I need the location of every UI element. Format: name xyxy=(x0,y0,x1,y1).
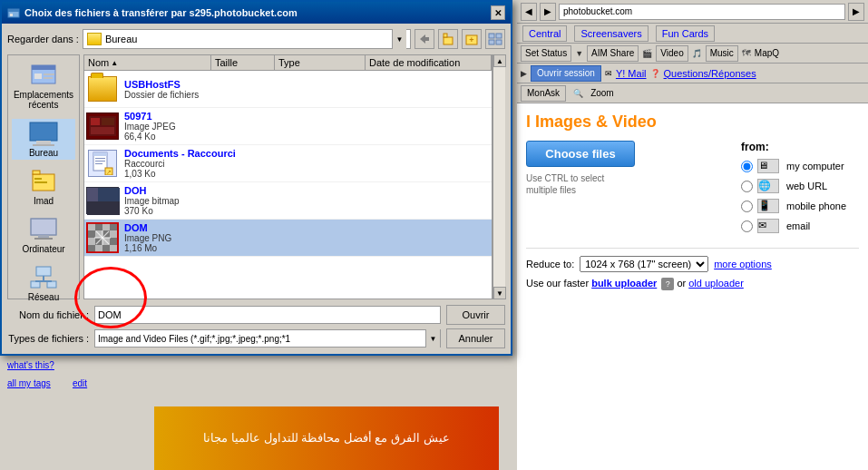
cancel-button[interactable]: Annuler xyxy=(446,328,505,348)
dialog-close-button[interactable]: ✕ xyxy=(491,5,505,20)
choose-files-button[interactable]: Choose files xyxy=(526,141,635,167)
back-btn[interactable]: ◀ xyxy=(521,3,537,21)
bulk-help-badge[interactable]: ? xyxy=(661,278,674,290)
bulk-link[interactable]: bulk uploader xyxy=(591,278,657,289)
svg-rect-52 xyxy=(110,224,117,230)
table-row[interactable]: DOM Image PNG 1,16 Mo xyxy=(84,220,492,257)
open-button[interactable]: Ouvrir xyxy=(446,305,505,325)
svg-rect-53 xyxy=(88,230,95,238)
from-weburl-option[interactable]: 🌐 web URL xyxy=(741,179,859,193)
aim-share-btn[interactable]: AIM Share xyxy=(587,45,639,62)
scrollbar[interactable]: ▲ ▼ xyxy=(493,54,505,299)
svg-rect-20 xyxy=(33,171,40,174)
filetype-label: Types de fichiers : xyxy=(7,333,89,344)
col-header-size[interactable]: Taille xyxy=(211,55,275,70)
table-row[interactable]: ↗ Documents - Raccourci Raccourci 1,03 K… xyxy=(84,145,492,182)
place-imad[interactable]: Imad xyxy=(12,167,75,208)
all-my-tags-link[interactable]: all my tags xyxy=(7,378,51,388)
svg-rect-29 xyxy=(31,281,40,288)
whats-this-link[interactable]: what's this? xyxy=(7,360,54,370)
col-header-name[interactable]: Nom ▲ xyxy=(84,55,211,70)
file-pane[interactable]: Nom ▲ Taille Type Date de modification xyxy=(83,54,493,299)
scroll-down-btn[interactable]: ▼ xyxy=(493,287,506,299)
address-bar[interactable]: photobucket.com xyxy=(559,4,845,20)
svg-rect-13 xyxy=(34,73,42,79)
folder-thumb xyxy=(88,76,117,102)
file-name-0: USBHostFS xyxy=(124,79,492,90)
file-thumb-1 xyxy=(84,110,121,142)
pattern-thumb xyxy=(86,222,119,253)
file-type-0: Dossier de fichiers xyxy=(124,90,492,100)
svg-rect-18 xyxy=(33,144,54,146)
filename-input[interactable] xyxy=(94,306,441,324)
table-row[interactable]: 50971 Image JPEG 66,4 Ko xyxy=(84,108,492,145)
bmp-thumb xyxy=(86,187,119,214)
tab-screensavers[interactable]: Screensavers xyxy=(574,25,648,42)
file-info-2: Documents - Raccourci Raccourci 1,03 Ko xyxy=(124,148,492,179)
from-mobile-option[interactable]: 📱 mobile phone xyxy=(741,199,859,213)
recent-icon xyxy=(29,63,58,88)
img-red-thumb xyxy=(86,113,119,140)
music-btn[interactable]: Music xyxy=(706,45,738,62)
zoom-label: Zoom xyxy=(590,88,614,98)
file-type-3: Image bitmap xyxy=(124,196,492,206)
svg-rect-25 xyxy=(38,235,49,238)
new-folder-btn[interactable]: + xyxy=(462,29,482,49)
set-status-btn[interactable]: Set Status xyxy=(521,45,571,62)
combo-arrow[interactable]: ▼ xyxy=(392,29,406,49)
place-desktop[interactable]: Bureau xyxy=(12,119,75,160)
edit-link[interactable]: edit xyxy=(73,378,87,388)
svg-text:+: + xyxy=(469,35,473,44)
computer-icon: 🖥 xyxy=(757,159,779,173)
from-computer-radio[interactable] xyxy=(741,161,753,172)
ouvrir-session-btn[interactable]: Ouvrir session xyxy=(531,65,601,82)
svg-rect-63 xyxy=(102,245,110,251)
filetype-arrow[interactable]: ▼ xyxy=(425,329,440,348)
arabic-banner[interactable]: عيش الفرق مع أفضل محافظة للتداول عالميا … xyxy=(154,406,499,470)
scroll-up-btn[interactable]: ▲ xyxy=(493,54,506,67)
col-header-type[interactable]: Type xyxy=(275,55,366,70)
tab-central[interactable]: Central xyxy=(522,25,567,42)
filetype-combo[interactable]: Image and Video Files (*.gif;*.jpg;*.jpe… xyxy=(94,329,441,348)
old-uploader-link[interactable]: old uploader xyxy=(688,278,744,289)
back-folder-btn[interactable] xyxy=(414,29,434,49)
up-folder-btn[interactable] xyxy=(438,29,458,49)
from-weburl-radio[interactable] xyxy=(741,181,753,192)
monask-btn[interactable]: MonAsk xyxy=(521,85,566,102)
scroll-track[interactable] xyxy=(493,67,505,287)
from-email-option[interactable]: ✉ email xyxy=(741,219,859,233)
from-label: from: xyxy=(741,141,859,153)
from-email-label: email xyxy=(786,220,810,231)
place-computer[interactable]: Ordinateur xyxy=(12,215,75,256)
place-network[interactable]: Réseau xyxy=(12,263,75,304)
svg-text:↗: ↗ xyxy=(106,169,112,175)
svg-rect-50 xyxy=(95,224,102,230)
file-list-header: Nom ▲ Taille Type Date de modification xyxy=(84,55,492,71)
web-icon: 🌐 xyxy=(757,179,779,193)
doc-thumb: ↗ xyxy=(88,150,117,177)
go-btn[interactable]: ▶ xyxy=(848,3,864,21)
location-combo[interactable]: Bureau ▼ xyxy=(83,29,411,49)
from-email-radio[interactable] xyxy=(741,220,753,232)
forward-btn[interactable]: ▶ xyxy=(540,3,556,21)
place-recent[interactable]: Emplacements récents xyxy=(12,61,75,112)
file-name-3: DOH xyxy=(124,185,492,196)
from-computer-label: my computer xyxy=(786,161,844,171)
reduce-select[interactable]: 1024 x 768 (17" screen) xyxy=(580,256,708,272)
tab-fun-cards[interactable]: Fun Cards xyxy=(656,25,715,42)
from-mobile-radio[interactable] xyxy=(741,201,753,212)
video-btn[interactable]: Video xyxy=(656,45,688,62)
more-options-link[interactable]: more options xyxy=(714,259,772,269)
file-info-4: DOM Image PNG 1,16 Mo xyxy=(124,222,492,253)
view-btn[interactable] xyxy=(485,29,505,49)
from-computer-option[interactable]: 🖥 my computer xyxy=(741,159,859,173)
ymail-link[interactable]: Y! Mail xyxy=(616,68,647,79)
computer-icon xyxy=(29,217,58,242)
dialog-icon xyxy=(7,6,20,19)
browser-toolbar4: MonAsk 🔍 Zoom xyxy=(517,83,868,103)
questions-link[interactable]: Questions/Réponses xyxy=(664,68,756,79)
col-header-date[interactable]: Date de modification xyxy=(366,55,492,70)
tab-fun-cards-label: Fun Cards xyxy=(662,28,708,39)
table-row[interactable]: DOH Image bitmap 370 Ko xyxy=(84,182,492,220)
table-row[interactable]: USBHostFS Dossier de fichiers xyxy=(84,71,492,108)
